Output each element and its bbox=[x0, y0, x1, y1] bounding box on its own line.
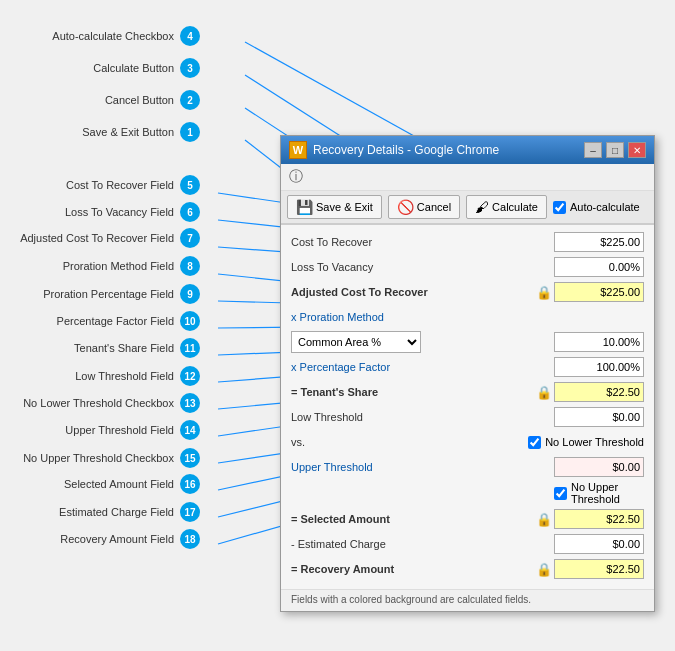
cancel-button[interactable]: 🚫 Cancel bbox=[388, 195, 460, 219]
annotation-5-text: Cost To Recover Field bbox=[66, 179, 174, 191]
app-icon: W bbox=[289, 141, 307, 159]
proration-method-field[interactable] bbox=[554, 332, 644, 352]
annotation-16: Selected Amount Field 16 bbox=[64, 474, 200, 494]
annotation-17-badge: 17 bbox=[180, 502, 200, 522]
upper-threshold-row: Upper Threshold bbox=[291, 456, 644, 478]
dialog-body: ⓘ 💾 Save & Exit 🚫 Cancel 🖌 Calculate Aut… bbox=[281, 164, 654, 611]
annotation-18-text: Recovery Amount Field bbox=[60, 533, 174, 545]
annotation-9-badge: 9 bbox=[180, 284, 200, 304]
no-upper-threshold-row: No Upper Threshold bbox=[291, 481, 644, 505]
adjusted-cost-field[interactable] bbox=[554, 282, 644, 302]
tenant-share-field-wrap: 🔒 bbox=[536, 382, 644, 402]
close-button[interactable]: ✕ bbox=[628, 142, 646, 158]
annotation-13: No Lower Threshold Checkbox 13 bbox=[23, 393, 200, 413]
annotation-6-badge: 6 bbox=[180, 202, 200, 222]
window-controls[interactable]: – □ ✕ bbox=[584, 142, 646, 158]
estimated-charge-label: - Estimated Charge bbox=[291, 538, 554, 550]
lock-icon-2: 🔒 bbox=[536, 382, 552, 402]
estimated-charge-field[interactable] bbox=[554, 534, 644, 554]
annotation-13-text: No Lower Threshold Checkbox bbox=[23, 397, 174, 409]
no-upper-threshold-checkbox[interactable] bbox=[554, 487, 567, 500]
cancel-label: Cancel bbox=[417, 201, 451, 213]
info-bar: ⓘ bbox=[281, 164, 654, 191]
calculate-button[interactable]: 🖌 Calculate bbox=[466, 195, 547, 219]
upper-threshold-field[interactable] bbox=[554, 457, 644, 477]
calculate-icon: 🖌 bbox=[475, 199, 489, 215]
no-lower-threshold-text: No Lower Threshold bbox=[545, 436, 644, 448]
annotation-1: Save & Exit Button 1 bbox=[82, 122, 200, 142]
annotation-4-text: Auto-calculate Checkbox bbox=[52, 30, 174, 42]
low-threshold-field[interactable] bbox=[554, 407, 644, 427]
low-threshold-row: Low Threshold bbox=[291, 406, 644, 428]
annotation-5-badge: 5 bbox=[180, 175, 200, 195]
dialog-title-left: W Recovery Details - Google Chrome bbox=[289, 141, 499, 159]
vs-row: vs. No Lower Threshold bbox=[291, 431, 644, 453]
calculate-label: Calculate bbox=[492, 201, 538, 213]
annotation-1-badge: 1 bbox=[180, 122, 200, 142]
tenant-share-row: = Tenant's Share 🔒 bbox=[291, 381, 644, 403]
auto-calc-checkbox[interactable] bbox=[553, 201, 566, 214]
no-lower-threshold-checkbox[interactable] bbox=[528, 436, 541, 449]
proration-method-label: x Proration Method bbox=[291, 311, 644, 323]
no-upper-threshold-text: No Upper Threshold bbox=[571, 481, 644, 505]
annotation-6: Loss To Vacancy Field 6 bbox=[65, 202, 200, 222]
proration-method-row: Common Area % bbox=[291, 331, 644, 353]
annotation-15-badge: 15 bbox=[180, 448, 200, 468]
cancel-icon: 🚫 bbox=[397, 199, 414, 215]
loss-to-vacancy-field[interactable] bbox=[554, 257, 644, 277]
proration-method-dropdown[interactable]: Common Area % bbox=[291, 331, 421, 353]
no-lower-threshold-label[interactable]: No Lower Threshold bbox=[528, 436, 644, 449]
annotation-8-badge: 8 bbox=[180, 256, 200, 276]
annotation-7-badge: 7 bbox=[180, 228, 200, 248]
selected-amount-field[interactable] bbox=[554, 509, 644, 529]
lock-icon-4: 🔒 bbox=[536, 559, 552, 579]
estimated-charge-row: - Estimated Charge bbox=[291, 533, 644, 555]
recovery-amount-row: = Recovery Amount 🔒 bbox=[291, 558, 644, 580]
annotation-17: Estimated Charge Field 17 bbox=[59, 502, 200, 522]
lock-icon-3: 🔒 bbox=[536, 509, 552, 529]
adjusted-cost-field-wrap: 🔒 bbox=[536, 282, 644, 302]
annotation-12: Low Threshold Field 12 bbox=[75, 366, 200, 386]
auto-calc-text: Auto-calculate bbox=[570, 201, 640, 213]
auto-calc-label[interactable]: Auto-calculate bbox=[553, 201, 640, 214]
annotation-10: Percentage Factor Field 10 bbox=[57, 311, 200, 331]
annotation-3-text: Calculate Button bbox=[93, 62, 174, 74]
cost-to-recover-field[interactable] bbox=[554, 232, 644, 252]
minimize-button[interactable]: – bbox=[584, 142, 602, 158]
annotation-14: Upper Threshold Field 14 bbox=[65, 420, 200, 440]
selected-amount-label: = Selected Amount bbox=[291, 513, 536, 525]
save-exit-icon: 💾 bbox=[296, 199, 313, 215]
tenant-share-field[interactable] bbox=[554, 382, 644, 402]
no-upper-threshold-label[interactable]: No Upper Threshold bbox=[554, 481, 644, 505]
annotation-10-badge: 10 bbox=[180, 311, 200, 331]
annotation-7-text: Adjusted Cost To Recover Field bbox=[20, 232, 174, 244]
save-exit-button[interactable]: 💾 Save & Exit bbox=[287, 195, 382, 219]
annotation-9-text: Proration Percentage Field bbox=[43, 288, 174, 300]
selected-amount-row: = Selected Amount 🔒 bbox=[291, 508, 644, 530]
toolbar: 💾 Save & Exit 🚫 Cancel 🖌 Calculate Auto-… bbox=[281, 191, 654, 225]
dialog-window: W Recovery Details - Google Chrome – □ ✕… bbox=[280, 135, 655, 612]
dialog-title-text: Recovery Details - Google Chrome bbox=[313, 143, 499, 157]
adjusted-cost-row: Adjusted Cost To Recover 🔒 bbox=[291, 281, 644, 303]
annotation-3-badge: 3 bbox=[180, 58, 200, 78]
percentage-factor-label: x Percentage Factor bbox=[291, 361, 554, 373]
annotation-11-text: Tenant's Share Field bbox=[74, 342, 174, 354]
annotation-18-badge: 18 bbox=[180, 529, 200, 549]
annotation-5: Cost To Recover Field 5 bbox=[66, 175, 200, 195]
percentage-factor-field[interactable] bbox=[554, 357, 644, 377]
maximize-button[interactable]: □ bbox=[606, 142, 624, 158]
upper-threshold-label: Upper Threshold bbox=[291, 461, 554, 473]
recovery-amount-field[interactable] bbox=[554, 559, 644, 579]
annotation-12-badge: 12 bbox=[180, 366, 200, 386]
selected-amount-field-wrap: 🔒 bbox=[536, 509, 644, 529]
footer-note-text: Fields with a colored background are cal… bbox=[291, 594, 531, 605]
annotation-1-text: Save & Exit Button bbox=[82, 126, 174, 138]
annotation-9: Proration Percentage Field 9 bbox=[43, 284, 200, 304]
vs-label: vs. bbox=[291, 436, 528, 448]
tenant-share-label: = Tenant's Share bbox=[291, 386, 536, 398]
annotation-6-text: Loss To Vacancy Field bbox=[65, 206, 174, 218]
annotation-2: Cancel Button 2 bbox=[105, 90, 200, 110]
annotation-3: Calculate Button 3 bbox=[93, 58, 200, 78]
recovery-amount-field-wrap: 🔒 bbox=[536, 559, 644, 579]
dialog-titlebar: W Recovery Details - Google Chrome – □ ✕ bbox=[281, 136, 654, 164]
